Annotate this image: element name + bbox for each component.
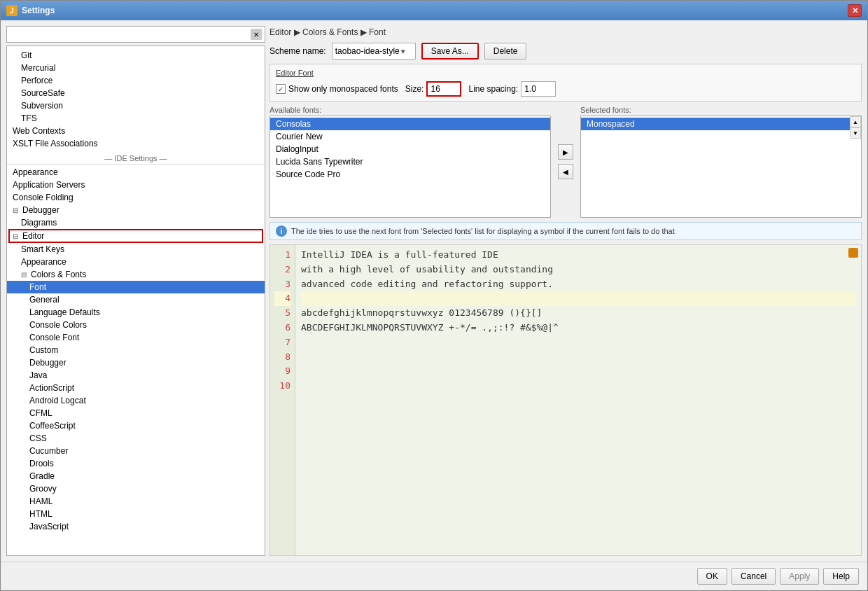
font-item-consolas[interactable]: Consolas [270, 118, 550, 130]
preview-line-9 [301, 364, 855, 379]
arrows-column: ▶ ◀ [556, 106, 575, 218]
sidebar-item-mercurial[interactable]: Mercurial [7, 62, 265, 74]
sidebar-item-language-defaults[interactable]: Language Defaults [7, 306, 265, 319]
sidebar-item-appearance2[interactable]: Appearance [7, 256, 265, 268]
main-panel: Editor ▶ Colors & Fonts ▶ Font Scheme na… [270, 26, 862, 556]
sidebar-item-diagrams[interactable]: Diagrams [7, 216, 265, 229]
sidebar-item-appearance[interactable]: Appearance [7, 166, 265, 179]
monospaced-checkbox[interactable] [276, 84, 286, 94]
info-icon: i [276, 225, 287, 237]
sidebar-item-javascript[interactable]: JavaScript [7, 520, 265, 533]
sidebar-item-groovy[interactable]: Groovy [7, 482, 265, 495]
scroll-down-button[interactable]: ▼ [850, 127, 861, 139]
sidebar-item-tfs[interactable]: TFS [7, 112, 265, 125]
selected-fonts-label: Selected fonts: [580, 106, 862, 114]
sidebar-item-actionscript[interactable]: ActionScript [7, 382, 265, 394]
sidebar-item-git[interactable]: Git [7, 49, 265, 62]
preview-corner-icon [848, 248, 858, 258]
sidebar-item-cfml[interactable]: CFML [7, 407, 265, 419]
close-button[interactable]: ✕ [848, 4, 862, 17]
title-bar: J Settings ✕ [1, 1, 867, 20]
monospaced-checkbox-label[interactable]: Show only monospaced fonts [276, 84, 398, 94]
sidebar-item-debugger2[interactable]: Debugger [7, 356, 265, 369]
sidebar-item-console-folding[interactable]: Console Folding [7, 191, 265, 204]
sidebar-item-web-contexts[interactable]: Web Contexts [7, 125, 265, 137]
help-button[interactable]: Help [823, 568, 859, 585]
sidebar-item-html[interactable]: HTML [7, 508, 265, 520]
scheme-row: Scheme name: taobao-idea-style ▼ Save As… [270, 43, 862, 60]
scheme-select[interactable]: taobao-idea-style ▼ [332, 43, 416, 60]
sidebar-item-sourcesafe[interactable]: SourceSafe [7, 87, 265, 99]
info-text: The ide tries to use the next font from … [291, 227, 675, 235]
sidebar: ✕ Git Mercurial Perforce SourceSafe Subv… [6, 26, 265, 556]
preview-line-4 [301, 291, 855, 306]
line-numbers: 1 2 3 4 5 6 7 8 9 10 [270, 245, 295, 555]
bottom-bar: OK Cancel Apply Help [1, 562, 867, 590]
preview-line-7 [301, 335, 855, 350]
sidebar-item-custom[interactable]: Custom [7, 344, 265, 356]
selected-fonts-container: Selected fonts: Monospaced ▲ ▼ [580, 106, 862, 218]
ide-settings-section: — IDE Settings — [7, 151, 265, 165]
sidebar-item-android-logcat[interactable]: Android Logcat [7, 394, 265, 407]
scheme-label: Scheme name: [270, 46, 326, 56]
font-item-sourcecode[interactable]: Source Code Pro [270, 168, 550, 181]
selected-fonts-list[interactable]: Monospaced ▲ ▼ [580, 116, 862, 218]
preview-line-6: ABCDEFGHIJKLMNOPQRSTUVWXYZ +-*/= .,;:!? … [301, 321, 855, 335]
preview-line-3: advanced code editing and refactoring su… [301, 277, 855, 292]
sidebar-item-general[interactable]: General [7, 293, 265, 306]
editor-font-title: Editor Font [276, 69, 855, 77]
preview-line-8 [301, 350, 855, 365]
tree-panel[interactable]: Git Mercurial Perforce SourceSafe Subver… [6, 46, 265, 556]
sidebar-item-debugger[interactable]: ⊟Debugger [7, 204, 265, 216]
preview-panel: 1 2 3 4 5 6 7 8 9 10 IntelliJ IDEA is a … [270, 244, 862, 556]
font-item-lucida[interactable]: Lucida Sans Typewriter [270, 155, 550, 168]
sidebar-item-coffeescript[interactable]: CoffeeScript [7, 419, 265, 432]
sidebar-item-subversion[interactable]: Subversion [7, 99, 265, 112]
line-spacing-label: Line spacing: [468, 84, 518, 94]
selected-font-monospaced[interactable]: Monospaced [581, 118, 861, 130]
sidebar-item-application-servers[interactable]: Application Servers [7, 179, 265, 191]
sidebar-item-haml[interactable]: HAML [7, 495, 265, 508]
preview-line-5: abcdefghijklmnopqrstuvwxyz 0123456789 ()… [301, 306, 855, 321]
size-input[interactable] [426, 81, 461, 97]
sidebar-item-smart-keys[interactable]: Smart Keys [7, 243, 265, 256]
cancel-button[interactable]: Cancel [732, 568, 776, 585]
settings-window: J Settings ✕ ✕ Git Mercurial Perforce So… [0, 0, 868, 591]
available-fonts-container: Available fonts: Consolas Courier New Di… [270, 106, 551, 218]
delete-button[interactable]: Delete [484, 43, 527, 60]
move-right-button[interactable]: ▶ [558, 144, 573, 160]
move-left-button[interactable]: ◀ [558, 164, 573, 179]
sidebar-item-gradle[interactable]: Gradle [7, 470, 265, 482]
sidebar-item-editor[interactable]: ⊟Editor [8, 229, 263, 243]
scroll-up-button[interactable]: ▲ [850, 116, 861, 127]
sidebar-item-colors-fonts[interactable]: ⊟Colors & Fonts [7, 268, 265, 281]
preview-code: IntelliJ IDEA is a full-featured IDE wit… [295, 245, 861, 555]
preview-line-1: IntelliJ IDEA is a full-featured IDE [301, 248, 855, 263]
sidebar-item-console-colors[interactable]: Console Colors [7, 319, 265, 331]
search-clear-button[interactable]: ✕ [251, 29, 262, 40]
available-fonts-label: Available fonts: [270, 106, 551, 114]
breadcrumb: Editor ▶ Colors & Fonts ▶ Font [270, 26, 862, 39]
size-label: Size: [405, 84, 424, 94]
line-spacing-input[interactable] [521, 81, 556, 97]
scroll-arrows: ▲ ▼ [850, 116, 861, 139]
apply-button[interactable]: Apply [780, 568, 819, 585]
sidebar-item-cucumber[interactable]: Cucumber [7, 445, 265, 457]
ok-button[interactable]: OK [697, 568, 727, 585]
save-as-button[interactable]: Save As... [421, 43, 479, 60]
font-item-courier[interactable]: Courier New [270, 130, 550, 143]
info-bar: i The ide tries to use the next font fro… [270, 222, 862, 240]
preview-line-10 [301, 379, 855, 394]
available-fonts-list[interactable]: Consolas Courier New DialogInput Lucida … [270, 116, 551, 218]
sidebar-item-xslt[interactable]: XSLT File Associations [7, 137, 265, 150]
sidebar-item-css[interactable]: CSS [7, 432, 265, 445]
sidebar-item-perforce[interactable]: Perforce [7, 74, 265, 87]
sidebar-item-console-font[interactable]: Console Font [7, 331, 265, 344]
sidebar-item-java[interactable]: Java [7, 369, 265, 382]
dropdown-arrow-icon: ▼ [400, 48, 407, 55]
sidebar-item-drools[interactable]: Drools [7, 457, 265, 470]
search-input[interactable] [10, 29, 251, 39]
fonts-panel: Available fonts: Consolas Courier New Di… [270, 106, 862, 218]
sidebar-item-font[interactable]: Font [7, 281, 265, 293]
font-item-dialoginput[interactable]: DialogInput [270, 143, 550, 155]
